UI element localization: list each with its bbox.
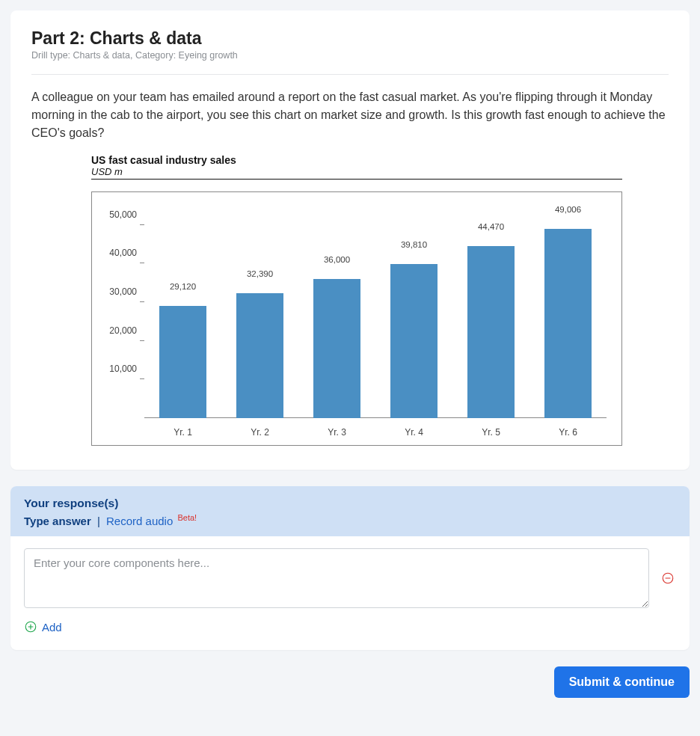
bar-value-label: 49,006 — [529, 205, 607, 217]
question-card: Part 2: Charts & data Drill type: Charts… — [10, 10, 690, 470]
drill-meta: Drill type: Charts & data, Category: Eye… — [31, 50, 669, 61]
bar — [467, 246, 515, 418]
bar — [390, 264, 438, 418]
bar-wrap: 32,390 — [221, 206, 298, 418]
bar-value-label: 44,470 — [452, 222, 529, 234]
chart-title: US fast casual industry sales — [91, 154, 622, 166]
answer-input[interactable] — [24, 548, 649, 608]
response-header: Your response(s) Type answer | Record au… — [10, 486, 690, 536]
y-tick-mark — [140, 340, 144, 341]
bar-value-label: 36,000 — [298, 255, 375, 267]
bar-value-label: 39,810 — [375, 240, 452, 252]
mode-record-audio[interactable]: Record audio — [106, 515, 173, 527]
response-card: Your response(s) Type answer | Record au… — [10, 486, 690, 650]
y-tick-mark — [140, 378, 144, 379]
chart-frame: 29,12032,39036,00039,81044,47049,006 10,… — [91, 191, 622, 446]
chart-subtitle: USD m — [91, 166, 622, 180]
answer-row — [24, 548, 676, 608]
bar — [544, 229, 592, 418]
y-tick-label: 20,000 — [99, 325, 137, 336]
mode-separator: | — [97, 515, 100, 527]
bar — [313, 279, 361, 418]
add-label: Add — [42, 621, 62, 634]
response-body: Add — [10, 536, 690, 650]
bar-wrap: 44,470 — [452, 206, 529, 418]
y-tick-mark — [140, 301, 144, 302]
y-tick-mark — [140, 263, 144, 263]
plot-area: 29,12032,39036,00039,81044,47049,006 10,… — [144, 206, 607, 418]
y-tick-label: 10,000 — [99, 364, 137, 374]
x-tick-label: Yr. 3 — [298, 427, 375, 438]
bar-value-label: 32,390 — [221, 269, 298, 281]
mode-type-answer[interactable]: Type answer — [24, 515, 91, 527]
bar-wrap: 29,120 — [144, 206, 221, 418]
submit-row: Submit & continue — [10, 666, 690, 698]
beta-badge: Beta! — [177, 513, 197, 522]
bar-wrap: 39,810 — [375, 206, 452, 418]
response-title: Your response(s) — [24, 497, 676, 510]
response-mode-row: Type answer | Record audio Beta! — [24, 513, 676, 527]
bar — [159, 306, 207, 418]
x-tick-label: Yr. 2 — [221, 427, 298, 438]
add-answer-button[interactable]: Add — [24, 620, 62, 634]
chart-figure: US fast casual industry sales USD m 29,1… — [91, 154, 622, 446]
bar — [236, 293, 284, 418]
plus-circle-icon — [24, 620, 37, 634]
bar-value-label: 29,120 — [144, 282, 221, 294]
bar-wrap: 36,000 — [298, 206, 375, 418]
page-title: Part 2: Charts & data — [31, 28, 669, 49]
bars-container: 29,12032,39036,00039,81044,47049,006 — [144, 206, 607, 418]
y-tick-mark — [140, 224, 144, 225]
minus-circle-icon — [661, 571, 675, 585]
x-tick-label: Yr. 4 — [375, 427, 452, 438]
y-tick-label: 30,000 — [99, 286, 137, 297]
x-tick-label: Yr. 5 — [452, 427, 529, 438]
x-tick-label: Yr. 1 — [144, 427, 221, 438]
y-tick-label: 40,000 — [99, 248, 137, 258]
bar-wrap: 49,006 — [529, 206, 607, 418]
divider — [31, 74, 669, 75]
remove-answer-button[interactable] — [660, 570, 676, 586]
y-tick-label: 50,000 — [99, 209, 137, 220]
x-tick-label: Yr. 6 — [529, 427, 607, 438]
submit-button[interactable]: Submit & continue — [554, 666, 690, 698]
x-ticks: Yr. 1Yr. 2Yr. 3Yr. 4Yr. 5Yr. 6 — [144, 427, 607, 438]
prompt-text: A colleague on your team has emailed aro… — [31, 88, 669, 142]
